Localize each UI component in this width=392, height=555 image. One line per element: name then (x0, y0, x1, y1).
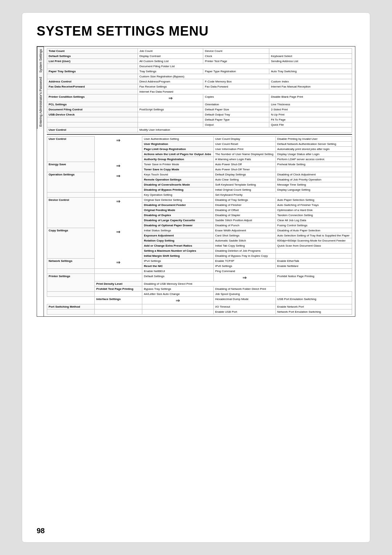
cell-auto-sel-tray: Auto Selection Setting of Tray that is S… (275, 233, 352, 238)
cell-fcode-memory: F-Code Memory Box (203, 79, 269, 84)
cell-empty (95, 274, 142, 281)
table-row: Document Filing Folder List (47, 64, 352, 69)
label-copy-settings: Copy Settings (47, 228, 95, 259)
arrow-device-control: ⇒ (95, 198, 142, 228)
arrow-operation-settings: ⇒ (95, 172, 142, 193)
cell-disable-offset: Disabling of Offset (213, 208, 275, 213)
cell-disable-stapler: Disabling of Stapler (213, 213, 275, 218)
label-printer-condition: Printer Condition Settings (47, 94, 138, 102)
cell-keys-touch: Keys Touch Sound (142, 172, 213, 177)
cell-user-count-display: User Count Display (213, 137, 275, 142)
cell-message-time: Message Time Setting (275, 182, 352, 187)
cell-soft-keyboard: Soft Keyboard Template Setting (213, 182, 275, 187)
label-default-settings: Default Settings (47, 54, 138, 59)
cell-job-count: Job Count (138, 49, 203, 54)
table-row: Internet Fax Data Forward (47, 89, 352, 94)
label-paper-tray: Paper Tray Settings (47, 69, 138, 74)
cell-keyboard-select: Keyboard Select (269, 54, 352, 59)
cell-disable-large-cassette: Disabling of Large Capacity Cassette (142, 218, 213, 223)
cell-orig-size-det: Original Size Detector Setting (142, 198, 213, 203)
cell-empty (275, 167, 352, 172)
cell-disable-auto-paper: Disabling of Auto Paper Selection (275, 228, 352, 233)
cell-disable-optional-drawer: Disabling of Optional Paper Drawer (142, 223, 213, 228)
cell-ipv6: IPv6 Settings (213, 264, 275, 269)
page-number: 98 (37, 527, 45, 535)
arrow-copy-settings: ⇒ (95, 228, 142, 259)
cell-direct-address: Direct Address/Program (138, 79, 203, 84)
cell-doc-filing-folder: Document Filing Folder List (138, 64, 352, 69)
arrow-interface: ⇒ (142, 297, 213, 304)
label-network-settings: Network Settings (47, 259, 95, 269)
label-user-control-adv: User Control (47, 137, 95, 162)
cell-add-change-ratios: Add or Change Extra Preset Ratios (142, 243, 213, 248)
arrow-user-control: ⇒ (95, 137, 142, 162)
cell-initial-margin: Initial Margin Shift Setting (142, 254, 213, 259)
cell-disable-blank: Disable Blank Page Print (269, 94, 352, 102)
cell-empty (47, 269, 95, 274)
cell-default-output-tray: Default Output Tray (203, 112, 269, 117)
table-row: Paper Tray Settings Tray Settings Paper … (47, 69, 352, 74)
label-address-control: Address Control (47, 79, 138, 84)
cell-postscript: PostScript Settings (138, 107, 203, 112)
cell-empty (47, 89, 138, 94)
table-row: Default Paper Type Fit To Page (47, 117, 352, 122)
cell-empty (269, 49, 352, 54)
cell-disable-clock: Disabling of Clock Adjustment (275, 172, 352, 177)
cell-tray-settings: Tray Settings (138, 69, 203, 74)
cell-rotation-copy: Rotation Copy Setting (142, 238, 213, 243)
page-title: SYSTEM SETTINGS MENU (37, 24, 355, 39)
cell-fusing-control: Fusing Control Settings (275, 223, 352, 228)
table-row: Printer Condition Settings ⇒ Copies Disa… (47, 94, 352, 102)
cell-initial-status: Initial Status Settings (142, 228, 213, 233)
cell-auto-print-stored: Automatically print stored jobs after lo… (275, 147, 352, 152)
cell-empty (275, 254, 352, 259)
admin-settings-table: User Control ⇒ User Authentication Setti… (47, 136, 352, 315)
cell-internet-fax-manual: Internet Fax Manual Reception (269, 84, 352, 89)
cell-enable-tcpip: Enable TCP/IP (213, 259, 275, 264)
cell-toner-printer: Toner Save in Printer Mode (142, 162, 213, 167)
cell-display-usage: Display Usage Status after Login (275, 152, 352, 157)
label-total-count: Total Count (47, 49, 138, 54)
cell-remote-op: Remote Operation Settings (142, 177, 213, 182)
cell-card-shot: Card Shot Settings (213, 233, 275, 238)
cell-clock: Clock (203, 54, 269, 59)
cell-enable-network-port: Enable Network Port (275, 304, 352, 309)
cell-authority-group: Authority Group Registration (142, 157, 213, 162)
cell-erase-width: Erase Width Adjustment (213, 228, 275, 233)
cell-display-contrast: Display Contrast (138, 54, 203, 59)
cell-custom-size-reg: Custom Size Registration (Bypass) (138, 74, 352, 79)
table-row: Custom Size Registration (Bypass) (47, 74, 352, 79)
table-row: Document Filing Control PostScript Setti… (47, 107, 352, 112)
cell-quick-file: Quick File (269, 122, 352, 127)
cell-auto-paper-sel: Auto Paper Selection Setting (275, 198, 352, 203)
cell-saddle-stitch: Saddle Stitch Position Adjust (213, 218, 275, 223)
arrow-printer-condition: ⇒ (138, 94, 203, 102)
table-row: Address Control Direct Address/Program F… (47, 79, 352, 84)
table-row: Output Quick File (47, 122, 352, 127)
table-row: Key Operation Setting Set Keyboard Prior… (47, 193, 352, 198)
cell-quick-scan: Quick Scan from Document Glass (275, 243, 352, 248)
cell-fax-receive: Fax Receive Settings (138, 84, 203, 89)
cell-usb-port-emul: USB Port Emulation Switching (275, 297, 352, 304)
cell-enable-netbeui: Enable NetBEUI (142, 269, 213, 274)
cell-default-paper-type: Default Paper Type (203, 117, 269, 122)
label-energy-save: Energy Save (47, 162, 95, 172)
cell-empty (47, 122, 138, 127)
cell-auto-clear: Auto Clear Setting (213, 177, 275, 182)
cell-disable-duplex: Disabling of Duplex (142, 213, 213, 218)
table-row: Enable USB Port Network Port Emulation S… (47, 309, 352, 315)
cell-disable-invalid: Disable Printing by Invalid User (275, 137, 352, 142)
table-row: User Control ⇒ User Authentication Setti… (47, 137, 352, 142)
cell-username-number: The Number of User Name Displayed Settin… (213, 152, 275, 157)
cell-disable-punch: Disabling of Punch (213, 223, 275, 228)
cell-scanning-mode: 600dpi×600dpi Scanning Mode for Document… (275, 238, 352, 243)
cell-user-auth: User Authentication Setting (142, 137, 213, 142)
label-operation-settings: Operation Settings (47, 172, 95, 193)
cell-enable-usb-port: Enable USB Port (213, 309, 275, 315)
cell-reset-nic: Reset the NIC (142, 264, 213, 269)
cell-user-info-print: User Information Print (213, 147, 275, 152)
cell-port-switching: Port Switching Method (47, 304, 95, 309)
cell-hex-dump: Hexadecimal Dump Mode (213, 297, 275, 304)
cell-default-display: Default Display Settings (213, 172, 275, 177)
cell-auto-switch-finisher: Auto Switching of Finisher Trays (275, 203, 352, 208)
